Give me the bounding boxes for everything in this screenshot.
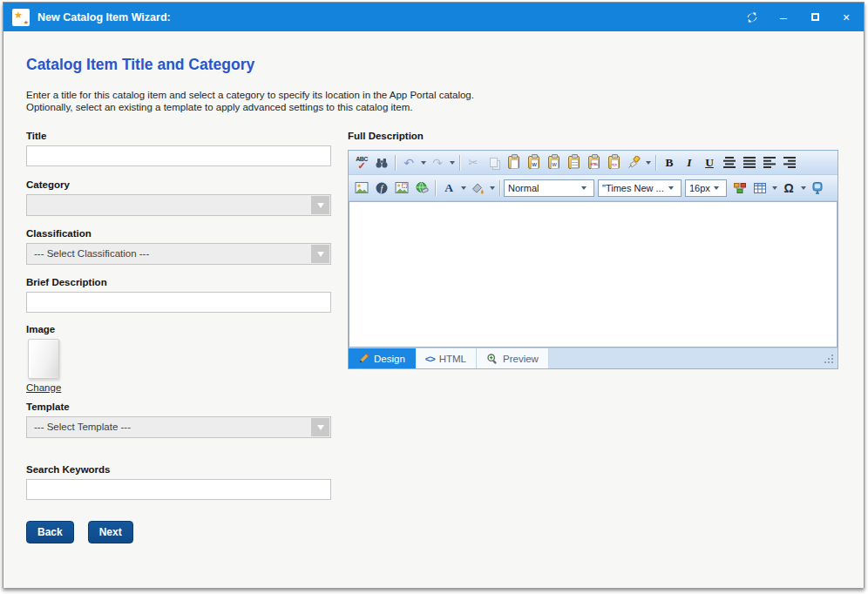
justify-icon	[743, 157, 756, 168]
chevron-down-icon	[801, 186, 806, 190]
font-size-select[interactable]: 16px	[685, 179, 727, 197]
undo-button[interactable]: ↶	[399, 153, 418, 172]
template-value: --- Select Template ---	[27, 417, 330, 437]
editor-toolbar-row2: f	[349, 175, 837, 201]
paste-plain-text-button[interactable]	[564, 153, 583, 172]
format-stripper-button[interactable]	[624, 153, 643, 172]
chevron-down-icon	[317, 203, 324, 208]
flash-manager-button[interactable]: f	[372, 179, 391, 198]
media-manager-button[interactable]	[808, 179, 827, 198]
insert-table-button[interactable]	[750, 179, 770, 198]
find-replace-button[interactable]	[372, 153, 391, 172]
table-icon	[753, 181, 767, 195]
font-name-value: "Times New ...	[602, 183, 664, 193]
code-icon: <>	[425, 354, 435, 364]
align-center-icon	[723, 157, 736, 168]
undo-icon: ↶	[403, 157, 414, 169]
paste-as-html-button[interactable]	[584, 153, 603, 172]
bold-button[interactable]: B	[660, 153, 679, 172]
flash-icon: f	[375, 181, 389, 195]
font-size-value: 16px	[689, 183, 710, 193]
classification-dropdown[interactable]: --- Select Classification ---	[26, 243, 331, 265]
field-search-keywords: Search Keywords	[26, 464, 331, 500]
full-description-label: Full Description	[348, 131, 424, 141]
paragraph-style-select[interactable]: Normal	[504, 179, 594, 197]
tab-design[interactable]: Design	[349, 348, 416, 368]
magnifier-plus-icon	[486, 353, 498, 365]
underline-icon: U	[705, 156, 714, 170]
title-input[interactable]	[26, 145, 331, 166]
close-button[interactable]: ×	[837, 9, 855, 26]
justify-button[interactable]	[740, 153, 759, 172]
align-right-icon	[783, 157, 796, 168]
window-title: New Catalog Item Wizard:	[37, 11, 171, 24]
underline-button[interactable]: U	[700, 153, 719, 172]
font-color-icon: A	[444, 181, 453, 195]
minimize-button[interactable]: –	[775, 9, 792, 26]
classification-dropdown-button[interactable]	[311, 245, 329, 263]
align-left-button[interactable]	[760, 153, 779, 172]
copy-button[interactable]	[484, 153, 503, 172]
image-label: Image	[26, 324, 331, 334]
insert-image-button[interactable]	[352, 179, 371, 198]
redo-dropdown[interactable]	[448, 153, 456, 172]
picture-icon	[355, 181, 369, 194]
align-center-button[interactable]	[720, 153, 739, 172]
next-button[interactable]: Next	[88, 521, 133, 543]
scissors-icon: ✂	[469, 156, 478, 169]
insert-symbol-dropdown[interactable]	[799, 179, 807, 198]
chevron-down-icon	[461, 186, 466, 190]
format-stripper-dropdown[interactable]	[644, 153, 652, 172]
paste-button[interactable]	[504, 153, 523, 172]
refresh-button[interactable]	[743, 9, 761, 26]
insert-table-dropdown[interactable]	[770, 179, 778, 198]
tab-preview-label: Preview	[503, 354, 539, 364]
background-color-button[interactable]	[468, 179, 487, 198]
paste-from-word-strip-font-button[interactable]	[544, 153, 563, 172]
template-dropdown[interactable]: --- Select Template ---	[26, 416, 331, 438]
chevron-down-icon	[668, 186, 674, 190]
font-name-select[interactable]: "Times New ...	[598, 179, 682, 197]
field-category: Category	[26, 179, 331, 216]
search-keywords-input[interactable]	[26, 479, 331, 500]
intro-text: Enter a title for this catalog item and …	[26, 89, 474, 113]
undo-dropdown[interactable]	[419, 153, 427, 172]
foreground-color-button[interactable]: A	[439, 179, 458, 198]
resize-grip-icon[interactable]	[824, 354, 834, 364]
template-dropdown-button[interactable]	[311, 418, 329, 436]
align-right-button[interactable]	[780, 153, 799, 172]
maximize-button[interactable]	[806, 9, 824, 26]
omega-icon: Ω	[783, 181, 793, 195]
hyperlink-globe-icon	[415, 181, 429, 195]
snippet-manager-button[interactable]	[730, 179, 749, 198]
back-button[interactable]: Back	[26, 521, 74, 543]
field-image: Image Change	[26, 324, 331, 393]
intro-line-1: Enter a title for this catalog item and …	[26, 89, 474, 101]
italic-button[interactable]: I	[680, 153, 699, 172]
foreground-color-dropdown[interactable]	[459, 179, 467, 198]
background-color-dropdown[interactable]	[488, 179, 496, 198]
editor-tabbar: Design <> HTML Preview	[349, 348, 837, 368]
tab-html[interactable]: <> HTML	[416, 348, 477, 368]
redo-icon: ↷	[432, 157, 443, 169]
insert-symbol-button[interactable]: Ω	[779, 179, 798, 198]
image-map-button[interactable]	[392, 179, 411, 198]
brief-description-input[interactable]	[26, 292, 331, 313]
editor-canvas[interactable]	[349, 201, 837, 348]
paste-from-word-button[interactable]	[524, 153, 543, 172]
category-dropdown[interactable]	[26, 194, 331, 216]
hyperlink-manager-button[interactable]	[412, 179, 431, 198]
paste-html-button[interactable]	[604, 153, 623, 172]
chevron-down-icon	[317, 425, 324, 430]
cut-button[interactable]: ✂	[464, 153, 483, 172]
italic-icon: I	[687, 156, 691, 170]
redo-button[interactable]: ↷	[428, 153, 447, 172]
brief-description-label: Brief Description	[26, 277, 331, 287]
paste-icon	[508, 156, 519, 169]
title-bar: New Catalog Item Wizard: – ×	[3, 3, 864, 31]
format-brush-icon	[627, 156, 641, 170]
change-image-link[interactable]: Change	[26, 382, 61, 393]
spellcheck-button[interactable]: ABC ✓	[352, 153, 371, 172]
category-dropdown-button[interactable]	[311, 196, 329, 214]
tab-preview[interactable]: Preview	[477, 348, 549, 368]
